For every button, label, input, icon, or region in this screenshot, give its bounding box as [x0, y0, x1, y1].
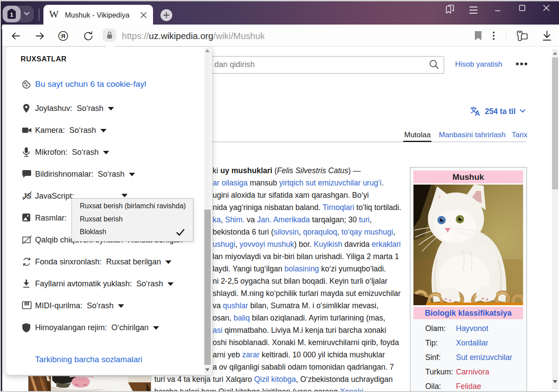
- svg-text:Я: Я: [61, 33, 65, 39]
- svg-text:A: A: [475, 110, 480, 117]
- svg-text:1: 1: [10, 11, 13, 18]
